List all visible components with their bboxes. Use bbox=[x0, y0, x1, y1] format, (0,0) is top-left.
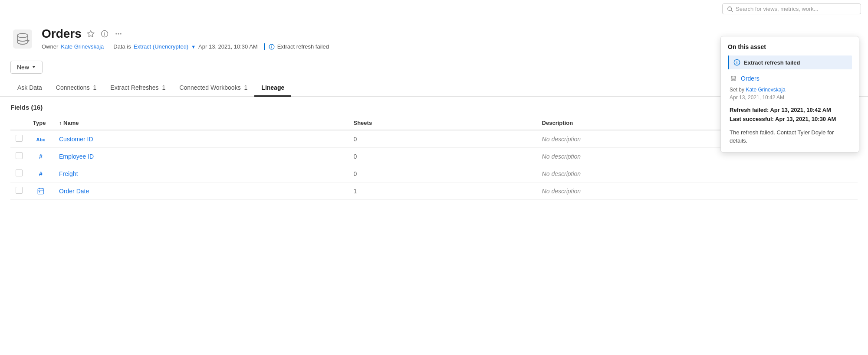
popover-info-icon bbox=[733, 59, 740, 66]
svg-marker-14 bbox=[33, 66, 35, 68]
tab-extract-refreshes[interactable]: Extract Refreshes 1 bbox=[103, 80, 172, 97]
new-button-label: New bbox=[17, 64, 29, 71]
tab-connections[interactable]: Connections 1 bbox=[49, 80, 104, 97]
info-button[interactable] bbox=[100, 29, 109, 39]
type-hash-badge: # bbox=[39, 170, 43, 177]
row-checkbox[interactable] bbox=[16, 152, 23, 159]
owner-label: Owner bbox=[42, 43, 58, 50]
row-checkbox[interactable] bbox=[16, 169, 23, 176]
header-sheets[interactable]: Sheets bbox=[349, 116, 537, 130]
row-checkbox[interactable] bbox=[16, 187, 23, 194]
refresh-failed-label: Refresh failed: bbox=[730, 107, 769, 113]
info-icon bbox=[101, 30, 108, 38]
svg-marker-4 bbox=[87, 31, 94, 37]
row-sheets-cell: 1 bbox=[349, 182, 537, 200]
row-checkbox-cell bbox=[10, 130, 28, 148]
tab-lineage[interactable]: Lineage bbox=[254, 80, 291, 97]
top-bar: Search for views, metrics, work... bbox=[0, 0, 868, 18]
header-type[interactable]: Type bbox=[28, 116, 54, 130]
search-placeholder: Search for views, metrics, work... bbox=[736, 6, 819, 12]
svg-point-19 bbox=[39, 191, 40, 192]
row-checkbox-cell bbox=[10, 165, 28, 182]
popover-datasource-icon bbox=[730, 75, 737, 82]
search-box[interactable]: Search for views, metrics, work... bbox=[722, 3, 861, 14]
svg-point-23 bbox=[731, 76, 736, 78]
row-description-cell: No description bbox=[537, 182, 858, 200]
row-checkbox[interactable] bbox=[16, 135, 23, 142]
popover-datasource-row: Orders bbox=[728, 75, 852, 82]
status-text: Extract refresh failed bbox=[277, 43, 329, 50]
field-name-link[interactable]: Customer ID bbox=[59, 136, 93, 143]
row-type-cell: # bbox=[28, 165, 54, 182]
row-description-cell: No description bbox=[537, 165, 858, 182]
svg-line-1 bbox=[731, 10, 733, 12]
last-successful-date: Apr 13, 2021, 10:30 AM bbox=[775, 116, 836, 122]
main-content: Fields (16) Type ↑ Name Sheets Descripti… bbox=[0, 97, 868, 207]
row-checkbox-cell bbox=[10, 182, 28, 200]
field-name-link[interactable]: Freight bbox=[59, 170, 78, 177]
extract-dropdown-icon[interactable]: ▼ bbox=[191, 44, 196, 49]
type-calendar-icon bbox=[33, 187, 49, 195]
row-sheets-cell: 0 bbox=[349, 130, 537, 148]
table-row: #Freight0No description bbox=[10, 165, 858, 182]
favorite-button[interactable] bbox=[86, 29, 95, 39]
owner-link[interactable]: Kate Grinevskaja bbox=[61, 43, 104, 50]
field-name-link[interactable]: Employee ID bbox=[59, 153, 94, 160]
new-dropdown-icon bbox=[32, 65, 36, 69]
popover-set-by: Set by Kate Grinevskaja bbox=[728, 87, 852, 93]
header-checkbox-cell bbox=[10, 116, 28, 130]
ellipsis-icon bbox=[115, 30, 122, 38]
popover-set-by-link[interactable]: Kate Grinevskaja bbox=[746, 87, 785, 93]
status-info-icon bbox=[269, 44, 275, 50]
popover-description: The refresh failed. Contact Tyler Doyle … bbox=[728, 128, 852, 145]
popover-alert: Extract refresh failed bbox=[728, 55, 852, 69]
row-checkbox-cell bbox=[10, 148, 28, 165]
svg-point-9 bbox=[118, 33, 119, 35]
type-abc-badge: Abc bbox=[36, 137, 46, 142]
row-type-cell: # bbox=[28, 148, 54, 165]
last-successful-label: Last successful: bbox=[730, 116, 774, 122]
svg-point-0 bbox=[728, 7, 732, 10]
type-hash-badge: # bbox=[39, 153, 43, 160]
row-name-cell: Freight bbox=[54, 165, 349, 182]
popover-timestamp: Apr 13, 2021, 10:42 AM bbox=[728, 94, 852, 101]
header-name[interactable]: ↑ Name bbox=[54, 116, 349, 130]
more-actions-button[interactable] bbox=[114, 29, 123, 39]
field-name-link[interactable]: Order Date bbox=[59, 188, 89, 195]
tab-connected-workbooks[interactable]: Connected Workbooks 1 bbox=[172, 80, 254, 97]
svg-point-10 bbox=[120, 33, 122, 35]
status-badge[interactable]: Extract refresh failed bbox=[264, 43, 329, 50]
popover-datasource-name[interactable]: Orders bbox=[741, 75, 760, 82]
refresh-failed-date: Apr 13, 2021, 10:42 AM bbox=[770, 107, 831, 113]
row-sheets-cell: 0 bbox=[349, 148, 537, 165]
popover-alert-text: Extract refresh failed bbox=[744, 59, 800, 66]
table-row: Order Date1No description bbox=[10, 182, 858, 200]
row-sheets-cell: 0 bbox=[349, 165, 537, 182]
new-button[interactable]: New bbox=[10, 61, 43, 74]
popover-refresh-info: Refresh failed: Apr 13, 2021, 10:42 AMLa… bbox=[728, 106, 852, 124]
tab-ask-data[interactable]: Ask Data bbox=[10, 80, 49, 97]
datasource-icon bbox=[10, 27, 35, 51]
row-name-cell: Employee ID bbox=[54, 148, 349, 165]
header-title-area: Orders bbox=[42, 27, 329, 50]
row-type-cell: Abc bbox=[28, 130, 54, 148]
data-label: Data is bbox=[113, 43, 131, 50]
svg-rect-15 bbox=[38, 189, 44, 194]
search-icon bbox=[727, 6, 733, 12]
row-type-cell bbox=[28, 182, 54, 200]
row-name-cell: Customer ID bbox=[54, 130, 349, 148]
extract-type-link[interactable]: Extract (Unencrypted) bbox=[134, 43, 188, 50]
row-name-cell: Order Date bbox=[54, 182, 349, 200]
popover-title: On this asset bbox=[728, 43, 852, 50]
popover: On this asset Extract refresh failed Ord… bbox=[720, 36, 859, 153]
svg-point-8 bbox=[115, 33, 117, 35]
svg-rect-2 bbox=[13, 29, 32, 49]
page-title: Orders bbox=[42, 27, 82, 41]
star-icon bbox=[87, 30, 95, 38]
extract-date: Apr 13, 2021, 10:30 AM bbox=[198, 43, 258, 50]
